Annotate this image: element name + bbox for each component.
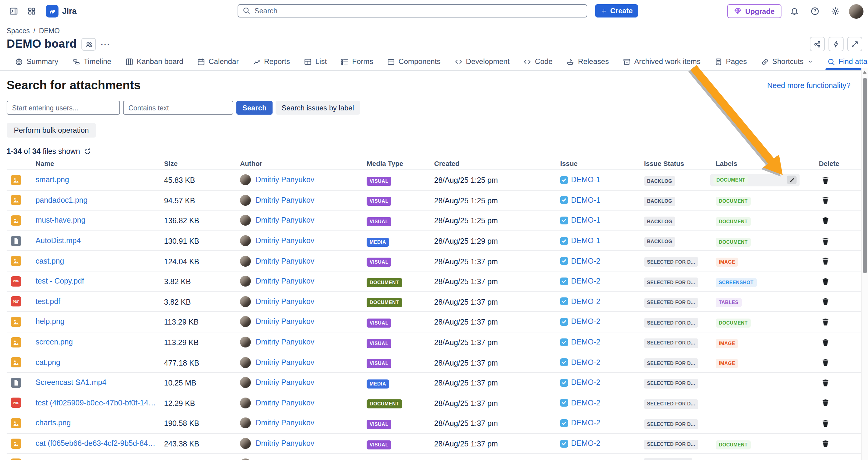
users-filter-input[interactable] bbox=[7, 101, 120, 115]
attachment-name-link[interactable]: pandadoc1.png bbox=[36, 196, 159, 205]
attachment-name-link[interactable]: test - Copy.pdf bbox=[36, 277, 159, 286]
author-link[interactable]: Dmitriy Panyukov bbox=[256, 298, 314, 306]
automation-button[interactable] bbox=[828, 37, 843, 51]
issue-link[interactable]: DEMO-2 bbox=[571, 419, 600, 427]
board-members-button[interactable] bbox=[82, 38, 96, 50]
author-link[interactable]: Dmitriy Panyukov bbox=[256, 338, 314, 346]
author-link[interactable]: Dmitriy Panyukov bbox=[256, 277, 314, 286]
author-link[interactable]: Dmitriy Panyukov bbox=[256, 176, 314, 184]
author-link[interactable]: Dmitriy Panyukov bbox=[256, 257, 314, 265]
author-link[interactable]: Dmitriy Panyukov bbox=[256, 378, 314, 387]
issue-link[interactable]: DEMO-1 bbox=[571, 176, 600, 184]
delete-attachment-button[interactable] bbox=[820, 255, 831, 266]
global-search-input[interactable] bbox=[238, 4, 587, 18]
tab-development[interactable]: Development bbox=[454, 57, 509, 70]
tab-components[interactable]: Components bbox=[387, 57, 440, 70]
app-switcher-button[interactable] bbox=[24, 4, 39, 18]
tab-kanban-board[interactable]: Kanban board bbox=[125, 57, 183, 70]
board-more-actions-button[interactable]: ··· bbox=[101, 39, 110, 49]
search-attachments-button[interactable]: Search bbox=[236, 101, 273, 115]
issue-link[interactable]: DEMO-2 bbox=[571, 318, 600, 326]
author-link[interactable]: Dmitriy Panyukov bbox=[256, 358, 314, 367]
tab-shortcuts[interactable]: Shortcuts bbox=[761, 57, 813, 70]
tab-archived-work-items[interactable]: Archived work items bbox=[623, 57, 701, 70]
need-more-functionality-link[interactable]: Need more functionality? bbox=[767, 81, 850, 90]
author-link[interactable]: Dmitriy Panyukov bbox=[256, 419, 314, 427]
attachment-name-link[interactable]: smart.png bbox=[36, 176, 159, 184]
delete-attachment-button[interactable] bbox=[820, 438, 831, 449]
delete-attachment-button[interactable] bbox=[820, 458, 831, 460]
tab-pages[interactable]: Pages bbox=[715, 57, 747, 70]
attachment-name-link[interactable]: Screencast SA1.mp4 bbox=[36, 378, 159, 387]
delete-attachment-button[interactable] bbox=[820, 316, 831, 327]
author-link[interactable]: Dmitriy Panyukov bbox=[256, 196, 314, 205]
attachment-name-link[interactable]: AutoDist.mp4 bbox=[36, 237, 159, 245]
jira-home-link[interactable]: Jira bbox=[46, 4, 76, 17]
delete-attachment-button[interactable] bbox=[820, 175, 831, 185]
fullscreen-button[interactable] bbox=[847, 37, 862, 51]
labels-edit-cell[interactable]: DOCUMENT bbox=[710, 174, 800, 186]
tab-timeline[interactable]: Timeline bbox=[72, 57, 111, 70]
attachment-name-link[interactable]: help.png bbox=[36, 318, 159, 326]
tab-releases[interactable]: Releases bbox=[566, 57, 609, 70]
share-button[interactable] bbox=[809, 37, 825, 51]
contains-text-input[interactable] bbox=[123, 101, 234, 115]
scrollbar-thumb[interactable] bbox=[863, 78, 867, 273]
issue-link[interactable]: DEMO-1 bbox=[571, 196, 600, 205]
attachment-name-link[interactable]: charts.png bbox=[36, 419, 159, 427]
author-link[interactable]: Dmitriy Panyukov bbox=[256, 318, 314, 326]
refresh-icon[interactable] bbox=[84, 148, 91, 155]
upgrade-button[interactable]: Upgrade bbox=[727, 4, 781, 18]
delete-attachment-button[interactable] bbox=[820, 337, 831, 347]
attachment-name-link[interactable]: cast.png bbox=[36, 257, 159, 265]
delete-attachment-button[interactable] bbox=[820, 215, 831, 226]
issue-link[interactable]: DEMO-2 bbox=[571, 298, 600, 306]
vertical-scrollbar[interactable] bbox=[861, 68, 868, 460]
author-link[interactable]: Dmitriy Panyukov bbox=[256, 439, 314, 448]
tab-reports[interactable]: Reports bbox=[253, 57, 290, 70]
tab-code[interactable]: Code bbox=[523, 57, 553, 70]
tab-forms[interactable]: Forms bbox=[341, 57, 373, 70]
delete-attachment-button[interactable] bbox=[820, 195, 831, 206]
tab-summary[interactable]: Summary bbox=[15, 57, 58, 70]
issue-link[interactable]: DEMO-2 bbox=[571, 257, 600, 265]
delete-attachment-button[interactable] bbox=[820, 276, 831, 287]
issue-link[interactable]: DEMO-2 bbox=[571, 358, 600, 367]
breadcrumb-spaces-link[interactable]: Spaces bbox=[7, 27, 30, 34]
attachment-name-link[interactable]: cat.png bbox=[36, 358, 159, 367]
attachment-name-link[interactable]: test.pdf bbox=[36, 298, 159, 306]
tab-calendar[interactable]: Calendar bbox=[197, 57, 239, 70]
attachment-name-link[interactable]: test (4f025909-b0ee-47b0-bf0f-147c8afd..… bbox=[36, 399, 159, 407]
delete-attachment-button[interactable] bbox=[820, 418, 831, 429]
issue-link[interactable]: DEMO-2 bbox=[571, 338, 600, 346]
expand-sidebar-button[interactable] bbox=[6, 4, 21, 18]
create-button[interactable]: Create bbox=[595, 4, 638, 18]
help-button[interactable] bbox=[808, 4, 822, 19]
delete-attachment-button[interactable] bbox=[820, 235, 831, 246]
settings-button[interactable] bbox=[828, 4, 843, 19]
issue-link[interactable]: DEMO-1 bbox=[571, 216, 600, 225]
attachment-name-link[interactable]: screen.png bbox=[36, 338, 159, 346]
issue-link[interactable]: DEMO-1 bbox=[571, 237, 600, 245]
edit-labels-button[interactable] bbox=[787, 176, 797, 184]
issue-link[interactable]: DEMO-2 bbox=[571, 399, 600, 407]
issue-link[interactable]: DEMO-2 bbox=[571, 277, 600, 286]
issue-link[interactable]: DEMO-2 bbox=[571, 439, 600, 448]
author-link[interactable]: Dmitriy Panyukov bbox=[256, 399, 314, 407]
delete-attachment-button[interactable] bbox=[820, 296, 831, 307]
breadcrumb-space-link[interactable]: DEMO bbox=[39, 27, 60, 34]
author-link[interactable]: Dmitriy Panyukov bbox=[256, 216, 314, 225]
user-avatar[interactable] bbox=[849, 4, 863, 19]
scroll-up-arrow[interactable] bbox=[863, 70, 867, 73]
delete-attachment-button[interactable] bbox=[820, 357, 831, 368]
notifications-button[interactable] bbox=[787, 4, 802, 19]
perform-bulk-operation-button[interactable]: Perform bulk operation bbox=[7, 123, 96, 137]
delete-attachment-button[interactable] bbox=[820, 377, 831, 388]
author-link[interactable]: Dmitriy Panyukov bbox=[256, 237, 314, 245]
search-issues-by-label-button[interactable]: Search issues by label bbox=[276, 101, 360, 115]
tab-list[interactable]: List bbox=[304, 57, 327, 70]
attachment-name-link[interactable]: cat (f065eb66-de63-4cf2-9b5d-843f1b9e... bbox=[36, 439, 159, 448]
delete-attachment-button[interactable] bbox=[820, 398, 831, 408]
issue-link[interactable]: DEMO-2 bbox=[571, 378, 600, 387]
attachment-name-link[interactable]: must-have.png bbox=[36, 216, 159, 225]
